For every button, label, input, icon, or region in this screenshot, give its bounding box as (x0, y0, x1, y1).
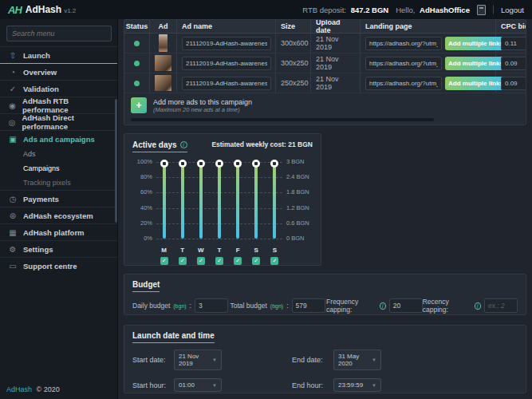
start-hour-select[interactable]: 01:00▼ (174, 378, 222, 392)
sidebar-item-overview[interactable]: ◔ Overview (0, 63, 117, 80)
table-horizontal-scrollbar[interactable] (131, 118, 519, 121)
end-hour-select[interactable]: 23:59:59▼ (333, 378, 381, 392)
day-checkbox[interactable] (215, 257, 223, 265)
ad-name-input[interactable] (182, 57, 271, 70)
landing-page-input[interactable] (365, 37, 442, 50)
logout-button[interactable]: Logout (501, 6, 524, 14)
percent-axis: 100%80% 60%40% 20%0% (132, 159, 155, 242)
start-date-label: Start date: (132, 356, 174, 364)
sidebar-item-ads-and-campaigns[interactable]: ▣ Ads and campaigns (0, 130, 117, 147)
app-version: v1.2 (64, 7, 76, 14)
validation-icon: ✓ (8, 85, 18, 93)
landing-page-input[interactable] (365, 77, 442, 90)
ad-thumbnail[interactable] (159, 34, 167, 52)
greeting-label: Hello, (396, 6, 415, 14)
budget-panel: Budget Daily budget (bgn): Total budget … (124, 274, 526, 315)
table-row: 250x250 21 Nov 2019 Add multiple links (124, 73, 526, 93)
info-icon[interactable]: i (180, 141, 187, 148)
slider-handle[interactable] (270, 160, 278, 168)
day-checkbox[interactable] (179, 257, 187, 265)
footer-brand-link[interactable]: AdHash (6, 385, 32, 393)
overview-icon: ◔ (8, 68, 18, 77)
search-input[interactable] (6, 26, 112, 41)
col-size: Size (276, 20, 311, 33)
sidebar-subitem-tracking-pixels[interactable]: Tracking pixels (0, 176, 117, 190)
landing-page-input[interactable] (365, 57, 442, 70)
day-checkbox[interactable] (234, 257, 242, 265)
day-labels: M T W T F S S (155, 247, 284, 254)
clipboard-icon[interactable] (477, 5, 486, 15)
col-ad-name: Ad name (177, 20, 276, 33)
payments-icon: ◷ (8, 195, 18, 203)
frequency-capping-input[interactable] (389, 298, 423, 313)
chevron-down-icon: ▼ (212, 383, 217, 388)
active-days-panel: Active days i Estimated weekly cost: 21 … (124, 133, 321, 266)
adhash-logo-icon: AH (8, 4, 22, 16)
sidebar-item-platform[interactable]: ▦ AdHash platform (0, 223, 117, 240)
add-ads-button[interactable]: + (131, 97, 147, 113)
day-slider-track[interactable] (273, 162, 276, 239)
ad-name-input[interactable] (182, 77, 271, 90)
slider-handle[interactable] (252, 160, 260, 168)
rtb-performance-icon: ◉ (8, 101, 17, 110)
recency-capping-input[interactable] (484, 298, 518, 313)
info-icon[interactable]: i (475, 302, 481, 310)
total-budget-input[interactable] (292, 298, 325, 313)
day-slider-track[interactable] (218, 162, 221, 239)
ads-campaigns-icon: ▣ (8, 135, 18, 144)
sidebar-item-validation[interactable]: ✓ Validation (0, 80, 117, 97)
slider-handle[interactable] (234, 160, 242, 168)
chevron-down-icon: ▼ (372, 383, 376, 388)
footer: AdHash © 2020 (6, 385, 60, 393)
active-days-title: Active days (132, 140, 177, 149)
add-more-subtitle: (Maximum 20 new ads at a time) (153, 106, 252, 113)
daily-budget-label: Daily budget (132, 302, 170, 310)
daily-budget-input[interactable] (195, 298, 228, 313)
launch-datetime-panel: Launch date and time Start date: 21 Nov … (124, 325, 526, 393)
ad-thumbnail[interactable] (155, 55, 171, 71)
slider-handle[interactable] (179, 160, 187, 168)
slider-handle[interactable] (197, 160, 205, 168)
ecosystem-icon: ⊛ (8, 211, 18, 220)
day-checkbox[interactable] (252, 257, 260, 265)
day-checkbox[interactable] (197, 257, 205, 265)
cpc-bid-input[interactable] (501, 57, 526, 70)
sidebar-item-direct-performance[interactable]: ◎ AdHash Direct performance (0, 113, 117, 130)
start-date-select[interactable]: 21 Nov 2019▼ (174, 350, 222, 370)
day-slider-track[interactable] (199, 162, 203, 239)
slider-handle[interactable] (160, 160, 168, 168)
start-hour-label: Start hour: (132, 381, 174, 389)
day-checkbox[interactable] (270, 257, 278, 265)
main-content: Status Ad Ad name Size Upload date Landi… (118, 19, 532, 399)
sidebar-item-rtb-performance[interactable]: ◉ AdHash RTB performance (0, 97, 117, 113)
table-row: 300x250 21 Nov 2019 Add multiple links (124, 53, 526, 73)
col-upload-date: Upload date (311, 20, 361, 33)
status-active-dot (134, 61, 140, 66)
day-slider-track[interactable] (163, 162, 166, 239)
sidebar-subitem-ads[interactable]: Ads (0, 147, 117, 161)
day-slider-track[interactable] (254, 162, 258, 239)
table-row: 300x600 21 Nov 2019 Add multiple links (124, 34, 526, 53)
end-date-select[interactable]: 31 May 2020▼ (333, 350, 381, 370)
sidebar-item-support-centre[interactable]: ▭ Support centre (0, 257, 117, 274)
sidebar-scrollbar[interactable] (115, 99, 117, 223)
sidebar-subitem-campaigns[interactable]: Campaigns (0, 161, 117, 176)
day-slider-track[interactable] (236, 162, 239, 239)
chevron-down-icon: ▼ (212, 358, 217, 362)
app-title: AdHash (26, 4, 61, 15)
sidebar-item-settings[interactable]: ⚙ Settings (0, 240, 117, 257)
ad-thumbnail[interactable] (155, 75, 171, 91)
settings-gear-icon: ⚙ (8, 245, 18, 254)
sidebar-item-ecosystem[interactable]: ⊛ AdHash ecosystem (0, 207, 117, 223)
sidebar-item-launch[interactable]: ⇧ Launch (0, 46, 117, 63)
info-icon[interactable]: i (380, 302, 386, 310)
budget-title: Budget (132, 280, 160, 292)
ad-name-input[interactable] (182, 37, 271, 50)
cpc-bid-input[interactable] (501, 37, 526, 50)
slider-handle[interactable] (215, 160, 223, 168)
col-cpc-bid: CPC bid (496, 20, 526, 33)
cpc-bid-input[interactable] (501, 77, 526, 90)
day-slider-track[interactable] (181, 162, 184, 239)
sidebar-item-payments[interactable]: ◷ Payments (0, 190, 117, 207)
day-checkbox[interactable] (160, 257, 168, 265)
